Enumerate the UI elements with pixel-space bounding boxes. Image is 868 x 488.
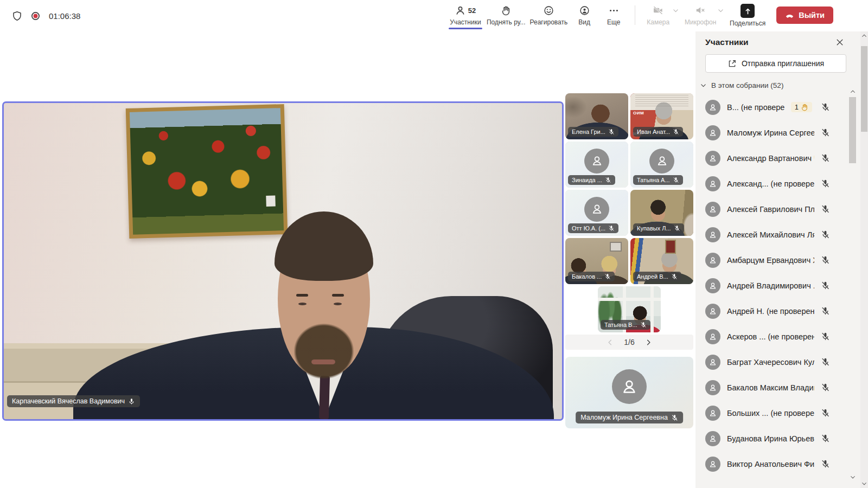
participants-label: Участники [450, 18, 481, 26]
active-speaker-video[interactable]: Карпачевский Вячеслав Вадимович [2, 101, 564, 421]
raise-hand-label: Поднять ру... [487, 18, 526, 26]
tile-name-label: Бакалов ... [568, 272, 615, 281]
more-button[interactable]: Еще [601, 4, 626, 26]
participant-row[interactable]: Александ... (не проверено) [705, 171, 830, 196]
video-tile[interactable]: Зинаида ... [565, 142, 628, 188]
pinned-name: Маломуж Ирина Сергеевна [580, 414, 668, 421]
participant-row[interactable]: Маломуж Ирина Сергее... [705, 120, 830, 145]
avatar [612, 369, 647, 404]
microphone-button[interactable]: Микрофон [684, 4, 717, 26]
toolbar: 01:06:38 52 Участники Поднять ру... Реаг… [0, 0, 868, 31]
participants-icon [455, 5, 465, 16]
meeting-window: 01:06:38 52 Участники Поднять ру... Реаг… [0, 0, 868, 488]
video-tile[interactable]: Елена Гри... [565, 93, 628, 139]
shield-icon[interactable] [12, 11, 22, 21]
mic-muted-icon[interactable] [821, 102, 830, 112]
mic-muted-icon[interactable] [821, 128, 830, 137]
avatar [584, 197, 609, 222]
participant-row[interactable]: Алексей Михайлович Ля... [705, 222, 830, 247]
participant-row[interactable]: Бакалов Максим Владим... [705, 375, 830, 400]
speaker-head [278, 216, 370, 376]
mic-muted-icon[interactable] [821, 306, 830, 316]
mic-muted-icon[interactable] [821, 459, 830, 468]
video-tile[interactable]: Андрей В... [630, 238, 693, 284]
participant-name: Баграт Хачересович Куль... [727, 358, 814, 367]
view-button[interactable]: Вид [572, 4, 597, 26]
video-tile[interactable]: Татьяна А... [630, 142, 693, 188]
participant-name: Андрей Н. (не проверено) [727, 307, 814, 316]
participant-row[interactable]: Виктор Анатольевич Фи... [705, 451, 830, 477]
participant-list-scrollbar [849, 88, 856, 480]
participant-row[interactable]: Буданова Ирина Юрьевна [705, 426, 830, 451]
microphone-options-chevron-icon[interactable] [717, 7, 724, 14]
mic-muted-icon[interactable] [821, 383, 830, 392]
mic-muted-icon[interactable] [821, 332, 830, 341]
participant-row[interactable]: Александр Вартанович Ч... [705, 145, 830, 171]
scroll-up-icon[interactable] [849, 88, 856, 95]
raised-hand-icon [801, 104, 808, 111]
speaker-eye [334, 303, 342, 305]
camera-options-chevron-icon[interactable] [672, 7, 679, 14]
mic-muted-icon[interactable] [821, 153, 830, 163]
participant-row[interactable]: Аскеров ... (не проверено) [705, 324, 830, 349]
tile-name-label: Татьяна А... [633, 175, 683, 185]
tile-name: Купавых Л... [637, 225, 671, 232]
video-tile[interactable]: Купавых Л... [630, 190, 693, 236]
leave-label: Выйти [799, 11, 825, 20]
send-invite-button[interactable]: Отправка приглашения [705, 54, 846, 73]
scroll-up-icon[interactable] [860, 33, 868, 39]
participant-row[interactable]: Амбарцум Ервандович Х... [705, 247, 830, 273]
active-tab-underline [449, 28, 482, 29]
mic-muted-icon [671, 414, 678, 421]
scroll-down-icon[interactable] [849, 474, 856, 480]
video-tile[interactable]: ОИММЫ Иван Анат... [630, 93, 693, 139]
mic-muted-icon[interactable] [821, 434, 830, 443]
mic-muted-icon[interactable] [821, 281, 830, 290]
participant-row[interactable]: В... (не проверено) 1 [705, 94, 830, 120]
scrollbar-thumb[interactable] [861, 46, 867, 132]
scroll-down-icon[interactable] [860, 480, 868, 487]
speaker-name-label: Карпачевский Вячеслав Вадимович [7, 395, 140, 407]
raise-hand-button[interactable]: Поднять ру... [487, 4, 526, 26]
scrollbar-thumb[interactable] [849, 97, 856, 163]
mic-muted-icon[interactable] [821, 357, 830, 367]
speaker-tie [319, 376, 330, 419]
participant-name: Александ... (не проверено) [727, 179, 814, 188]
pager-prev-icon[interactable] [606, 338, 614, 346]
participant-row[interactable]: Андрей Н. (не проверено) [705, 298, 830, 324]
video-tile[interactable]: Татьяна В... [598, 286, 661, 332]
mic-muted-icon [608, 225, 615, 232]
tile-name: Иван Анат... [637, 129, 670, 135]
avatar [584, 149, 609, 174]
tile-grid: Елена Гри... ОИММЫ Иван Анат... Зинаида … [565, 93, 693, 332]
video-tile[interactable]: Бакалов ... [565, 238, 628, 284]
mic-muted-icon[interactable] [821, 230, 830, 239]
participant-row[interactable]: Алексей Гаврилович Плу... [705, 196, 830, 222]
mic-muted-icon[interactable] [821, 408, 830, 418]
pager-page: 1/6 [624, 338, 634, 346]
mic-muted-icon [608, 129, 615, 135]
mic-muted-icon [604, 273, 611, 280]
participant-row[interactable]: Андрей Владимирович ... [705, 273, 830, 298]
mic-muted-icon [605, 177, 611, 183]
pinned-name-label: Маломуж Ирина Сергеевна [576, 412, 683, 423]
participants-button[interactable]: 52 Участники [449, 4, 482, 29]
participant-name: Буданова Ирина Юрьевна [727, 434, 814, 443]
pager-next-icon[interactable] [644, 338, 653, 346]
video-tile[interactable]: Отт Ю.А. (... [565, 190, 628, 236]
share-button[interactable]: Поделиться [729, 4, 767, 27]
leave-button[interactable]: Выйти [776, 7, 833, 24]
participant-row[interactable]: Больших ... (не проверено) [705, 400, 830, 426]
avatar [705, 151, 720, 166]
pinned-participant-tile[interactable]: Маломуж Ирина Сергеевна [565, 357, 693, 428]
tile-pager: 1/6 [565, 335, 693, 350]
tile-name-label: Иван Анат... [633, 127, 683, 137]
in-meeting-section-header[interactable]: В этом собрании (52) [700, 81, 783, 89]
mic-muted-icon[interactable] [821, 204, 830, 214]
close-icon[interactable] [833, 36, 846, 49]
camera-button[interactable]: Камера [644, 4, 672, 26]
mic-muted-icon[interactable] [821, 255, 830, 265]
react-button[interactable]: Реагировать [530, 4, 568, 26]
mic-muted-icon[interactable] [821, 179, 830, 188]
participant-row[interactable]: Баграт Хачересович Куль... [705, 349, 830, 375]
